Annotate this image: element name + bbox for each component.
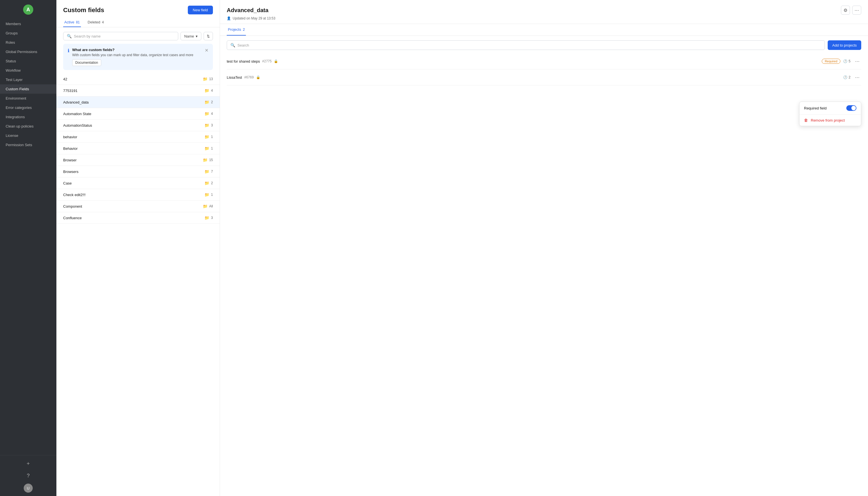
field-row[interactable]: Confluence 📁 3 — [57, 212, 220, 224]
sidebar-item-workflow[interactable]: Workflow — [0, 66, 57, 75]
main-content: Custom fields New field Active81Deleted4… — [57, 0, 868, 496]
field-meta: 📁 1 — [205, 146, 213, 151]
projects-list: test for shared steps #2775 🔒 Required 🕐… — [220, 53, 868, 496]
field-name: AutomationStatus — [63, 123, 92, 127]
field-row[interactable]: 42 📁 13 — [57, 73, 220, 85]
field-meta: 📁 All — [203, 204, 213, 208]
sidebar-item-status[interactable]: Status — [0, 57, 57, 66]
field-row[interactable]: Component 📁 All — [57, 201, 220, 212]
project-id: #6769 — [244, 75, 254, 79]
sidebar-item-members[interactable]: Members — [0, 19, 57, 29]
field-row[interactable]: Advanced_data 📁 2 — [57, 96, 220, 108]
field-name: Behavior — [63, 146, 78, 151]
detail-tab-projects[interactable]: Projects2 — [227, 24, 246, 35]
add-to-projects-button[interactable]: Add to projects — [828, 40, 861, 50]
detail-tabs: Projects2 — [220, 24, 868, 36]
name-filter-button[interactable]: Name ▾ — [180, 32, 202, 40]
folder-icon: 📁 — [205, 111, 209, 116]
field-row[interactable]: Browsers 📁 7 — [57, 166, 220, 177]
help-button[interactable]: ? — [24, 471, 33, 480]
user-avatar[interactable]: U — [24, 484, 33, 493]
field-row[interactable]: Case 📁 2 — [57, 177, 220, 189]
sidebar-item-test-layer[interactable]: Test Layer — [0, 75, 57, 84]
folder-icon: 📁 — [205, 135, 209, 139]
info-content: What are custom fields? With custom fiel… — [72, 48, 202, 66]
field-count: 1 — [211, 146, 213, 150]
lock-icon: 🔒 — [274, 59, 278, 63]
field-meta: 📁 15 — [203, 158, 213, 162]
project-row-project-1: test for shared steps #2775 🔒 Required 🕐… — [227, 53, 861, 69]
field-row[interactable]: AutomationStatus 📁 3 — [57, 120, 220, 131]
updated-text: Updated on May 29 at 13:53 — [232, 16, 275, 20]
project-more-button[interactable]: ⋯ — [853, 57, 861, 65]
field-meta: 📁 1 — [205, 135, 213, 139]
sidebar-item-integrations[interactable]: Integrations — [0, 112, 57, 122]
tab-deleted[interactable]: Deleted4 — [86, 18, 105, 27]
search-input[interactable] — [74, 34, 175, 38]
required-field-toggle-item[interactable]: Required field — [800, 102, 861, 114]
folder-icon: 📁 — [205, 181, 209, 185]
sidebar-nav: MembersGroupsRolesGlobal PermissionsStat… — [0, 17, 57, 455]
field-row[interactable]: Browser 📁 15 — [57, 154, 220, 166]
search-icon: 🔍 — [67, 34, 71, 38]
sidebar-item-license[interactable]: License — [0, 131, 57, 140]
field-row[interactable]: Behavior 📁 1 — [57, 143, 220, 154]
remove-from-project-item[interactable]: 🗑 Remove from project — [800, 114, 861, 126]
field-meta: 📁 3 — [205, 216, 213, 220]
project-id: #2775 — [262, 59, 272, 63]
project-left: test for shared steps #2775 🔒 — [227, 59, 278, 63]
folder-icon: 📁 — [205, 216, 209, 220]
sidebar-item-environment[interactable]: Environment — [0, 94, 57, 103]
field-row[interactable]: 7753191 📁 4 — [57, 85, 220, 96]
field-count: 13 — [209, 77, 213, 81]
project-more-button[interactable]: ⋯ — [853, 73, 861, 81]
field-meta: 📁 1 — [205, 192, 213, 197]
sidebar-item-global-permissions[interactable]: Global Permissions — [0, 47, 57, 57]
sort-button[interactable]: ⇅ — [204, 32, 213, 40]
sidebar-item-error-categories[interactable]: Error categories — [0, 103, 57, 112]
fields-header: Custom fields New field — [57, 0, 220, 14]
field-row[interactable]: Automation State 📁 4 — [57, 108, 220, 120]
field-name: Component — [63, 204, 82, 208]
folder-icon: 📁 — [203, 77, 208, 81]
field-count: 3 — [211, 216, 213, 220]
required-badge: Required — [822, 59, 841, 64]
field-row[interactable]: behavior 📁 1 — [57, 131, 220, 143]
tab-label: Active — [64, 20, 74, 24]
field-name: Automation State — [63, 112, 91, 116]
folder-icon: 📁 — [205, 146, 209, 151]
new-field-button[interactable]: New field — [188, 6, 213, 14]
sidebar-item-groups[interactable]: Groups — [0, 29, 57, 38]
sidebar-item-roles[interactable]: Roles — [0, 38, 57, 47]
close-icon[interactable]: ✕ — [205, 48, 208, 53]
detail-tab-count: 2 — [243, 27, 245, 32]
add-button[interactable]: ＋ — [24, 459, 33, 468]
project-right: 🕐 2 ⋯ — [843, 73, 861, 81]
field-name: Browsers — [63, 170, 78, 174]
folder-icon: 📁 — [203, 158, 208, 162]
field-meta: 📁 13 — [203, 77, 213, 81]
sort-icon: ⇅ — [207, 34, 210, 38]
sidebar-item-clean-up-policies[interactable]: Clean up policies — [0, 122, 57, 131]
required-field-toggle[interactable] — [846, 105, 856, 111]
chevron-down-icon: ▾ — [196, 34, 198, 38]
project-search-input[interactable] — [238, 43, 821, 47]
tab-active[interactable]: Active81 — [63, 18, 81, 27]
field-name: Check edit2!!! — [63, 193, 86, 197]
field-meta: 📁 2 — [205, 100, 213, 104]
project-row-project-2: LissaTest #6769 🔒 🕐 2 ⋯ — [227, 69, 861, 86]
field-name: Confluence — [63, 216, 82, 220]
sidebar-item-permission-sets[interactable]: Permission Sets — [0, 140, 57, 150]
lock-icon: 🔒 — [256, 75, 260, 79]
field-row[interactable]: Check edit2!!! 📁 1 — [57, 189, 220, 201]
settings-button[interactable]: ⚙ — [841, 6, 850, 15]
filter-label: Name — [184, 34, 194, 38]
more-options-button[interactable]: ⋯ — [852, 6, 861, 15]
project-name: LissaTest — [227, 75, 242, 80]
detail-search-row: 🔍 Add to projects — [220, 36, 868, 53]
sidebar-item-custom-fields[interactable]: Custom Fields — [0, 84, 57, 94]
tab-count: 4 — [102, 20, 104, 24]
field-meta: 📁 4 — [205, 111, 213, 116]
documentation-button[interactable]: Documentation — [72, 59, 101, 66]
folder-icon: 📁 — [205, 123, 209, 127]
